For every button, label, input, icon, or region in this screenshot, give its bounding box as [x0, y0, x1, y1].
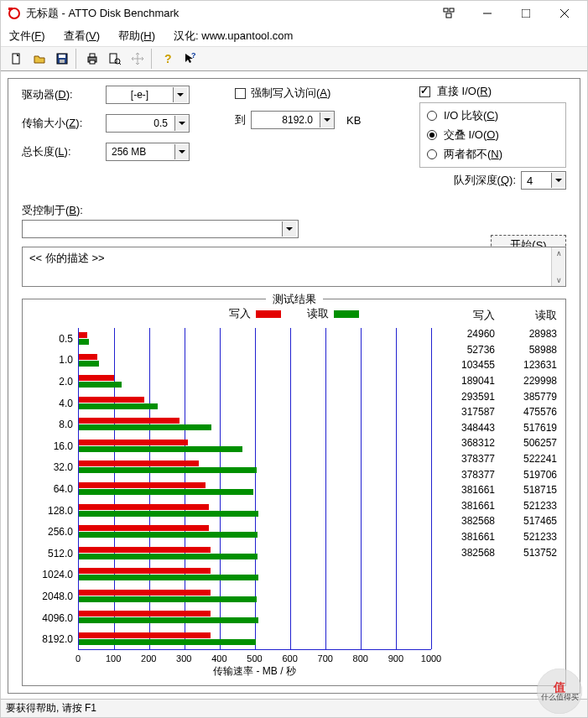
- scrollbar[interactable]: ∧∨: [551, 247, 565, 286]
- io-overlap-radio[interactable]: [427, 130, 437, 140]
- table-row: 348443517619: [433, 420, 557, 436]
- y-tick-label: 8192.0: [29, 628, 76, 650]
- drive-value: [-e-]: [108, 89, 171, 101]
- table-row: 382568517465: [433, 513, 557, 529]
- new-icon[interactable]: [6, 49, 28, 69]
- print-preview-icon[interactable]: [104, 49, 126, 69]
- bar-row: [79, 478, 431, 500]
- x-tick-label: 700: [318, 653, 333, 663]
- queue-depth-select[interactable]: 4: [521, 171, 566, 190]
- minimize-button[interactable]: [468, 2, 507, 25]
- io-compare-radio[interactable]: [427, 111, 437, 121]
- x-tick-label: 0: [75, 653, 81, 663]
- write-value: 317587: [433, 406, 495, 418]
- write-value: 52736: [433, 344, 495, 356]
- write-bar: [79, 460, 199, 466]
- table-row: 317587475576: [433, 404, 557, 420]
- total-length-label: 总长度(L):: [22, 144, 106, 159]
- whatsthis-icon[interactable]: ?: [180, 49, 201, 69]
- io-neither-label: 两者都不(N): [444, 147, 502, 162]
- read-value: 475576: [495, 406, 557, 418]
- write-bar: [79, 375, 114, 381]
- maximize-button[interactable]: [507, 2, 545, 25]
- io-neither-radio[interactable]: [427, 149, 437, 159]
- table-row: 5273658988: [433, 342, 557, 358]
- read-bar: [79, 532, 258, 538]
- write-bar: [79, 354, 97, 360]
- legend-read-label: 读取: [307, 306, 329, 321]
- display-settings-icon[interactable]: [429, 2, 468, 25]
- save-icon[interactable]: [51, 49, 73, 69]
- write-bar: [79, 632, 211, 638]
- read-bar: [79, 639, 256, 645]
- write-value: 293591: [433, 391, 495, 403]
- write-value: 378377: [433, 469, 495, 481]
- write-bar: [79, 611, 211, 617]
- table-row: 293591385779: [433, 388, 557, 404]
- menu-help[interactable]: 帮助(H): [118, 29, 155, 44]
- force-write-checkbox[interactable]: [235, 88, 246, 99]
- description-text: << 你的描述 >>: [29, 252, 105, 264]
- window-title: 无标题 - ATTO Disk Benchmark: [26, 6, 179, 21]
- bar-row: [79, 606, 431, 628]
- menu-translation-credit: 汉化: www.upantool.com: [174, 29, 293, 44]
- transfer-from-value: 0.5: [108, 117, 173, 129]
- menu-file[interactable]: 文件(F): [9, 29, 45, 44]
- move-icon[interactable]: [127, 49, 148, 69]
- transfer-to-select[interactable]: 8192.0: [251, 111, 335, 129]
- col-read-header: 读取: [495, 308, 557, 323]
- table-row: 381661521233: [433, 498, 557, 514]
- x-tick-label: 1000: [421, 653, 441, 663]
- read-bar: [79, 446, 242, 452]
- write-bar: [79, 482, 206, 488]
- read-bar: [79, 596, 257, 602]
- close-button[interactable]: [545, 2, 584, 25]
- queue-depth-value: 4: [523, 174, 549, 187]
- bar-row: [79, 564, 431, 585]
- write-bar: [79, 525, 209, 531]
- controlled-by-select[interactable]: [22, 220, 299, 238]
- length-select[interactable]: 256 MB: [106, 143, 190, 161]
- x-axis-title: 传输速率 - MB / 秒: [78, 664, 431, 679]
- y-tick-label: 4.0: [29, 393, 76, 414]
- transfer-to-value: 8192.0: [253, 114, 318, 126]
- svg-rect-6: [522, 9, 530, 18]
- open-icon[interactable]: [29, 49, 50, 69]
- legend-write-swatch: [256, 310, 281, 318]
- bar-row: [79, 371, 431, 393]
- drive-select[interactable]: [-e-]: [106, 86, 190, 104]
- description-box[interactable]: << 你的描述 >> ∧∨: [22, 247, 566, 287]
- read-value: 28983: [495, 328, 557, 340]
- results-title: 测试结果: [266, 292, 323, 307]
- menu-view[interactable]: 查看(V): [64, 29, 100, 44]
- y-tick-label: 64.0: [29, 478, 76, 500]
- legend-read-swatch: [334, 310, 359, 318]
- y-tick-label: 0.5: [29, 328, 76, 350]
- read-value: 385779: [495, 391, 557, 403]
- write-bar: [79, 418, 180, 424]
- svg-rect-16: [110, 54, 117, 63]
- table-row: 382568513752: [433, 544, 557, 560]
- read-bar: [79, 511, 258, 517]
- svg-rect-12: [60, 60, 65, 63]
- y-tick-label: 512.0: [29, 543, 76, 565]
- transfer-from-select[interactable]: 0.5: [106, 114, 190, 133]
- print-icon[interactable]: [81, 49, 103, 69]
- io-overlap-label: 交叠 I/O(O): [444, 127, 499, 143]
- help-icon[interactable]: ?: [157, 49, 179, 69]
- bar-row: [79, 542, 431, 564]
- x-tick-label: 500: [247, 653, 262, 663]
- menubar: 文件(F) 查看(V) 帮助(H) 汉化: www.upantool.com: [1, 26, 587, 46]
- bar-row: [79, 521, 431, 543]
- read-bar: [79, 489, 253, 495]
- read-value: 513752: [495, 547, 557, 559]
- write-value: 189041: [433, 375, 495, 387]
- y-tick-label: 2.0: [29, 371, 76, 393]
- x-tick-label: 300: [176, 653, 191, 663]
- queue-depth-label: 队列深度(Q):: [454, 173, 516, 188]
- write-bar: [79, 504, 209, 510]
- write-bar: [79, 590, 211, 596]
- direct-io-checkbox[interactable]: [419, 86, 430, 97]
- svg-line-18: [119, 63, 121, 65]
- read-bar: [79, 382, 122, 388]
